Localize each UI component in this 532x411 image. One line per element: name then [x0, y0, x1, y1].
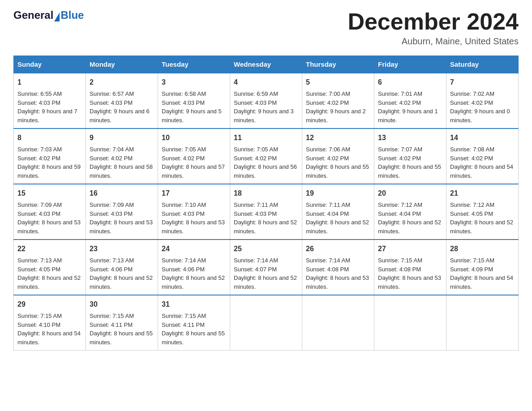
day-info: Sunrise: 7:09 AMSunset: 4:03 PMDaylight:…: [17, 201, 81, 235]
day-number: 10: [162, 133, 226, 143]
day-info: Sunrise: 6:58 AMSunset: 4:03 PMDaylight:…: [162, 90, 222, 124]
day-info: Sunrise: 7:03 AMSunset: 4:02 PMDaylight:…: [17, 146, 81, 179]
day-number: 9: [90, 133, 154, 143]
week-row-4: 22 Sunrise: 7:13 AMSunset: 4:05 PMDaylig…: [14, 240, 519, 295]
day-info: Sunrise: 7:14 AMSunset: 4:06 PMDaylight:…: [162, 257, 225, 290]
day-info: Sunrise: 7:02 AMSunset: 4:02 PMDaylight:…: [450, 90, 510, 124]
day-number: 16: [90, 188, 154, 199]
day-info: Sunrise: 7:14 AMSunset: 4:07 PMDaylight:…: [234, 257, 297, 290]
day-number: 26: [306, 244, 370, 254]
day-number: 11: [234, 133, 298, 143]
day-info: Sunrise: 7:11 AMSunset: 4:03 PMDaylight:…: [234, 201, 297, 235]
day-cell: 31 Sunrise: 7:15 AMSunset: 4:11 PMDaylig…: [158, 295, 230, 351]
week-row-5: 29 Sunrise: 7:15 AMSunset: 4:10 PMDaylig…: [14, 295, 519, 351]
day-info: Sunrise: 6:57 AMSunset: 4:03 PMDaylight:…: [90, 90, 150, 124]
page-header: General Blue December 2024 Auburn, Maine…: [13, 9, 519, 47]
day-cell: 4 Sunrise: 6:59 AMSunset: 4:03 PMDayligh…: [230, 73, 302, 128]
month-title: December 2024: [348, 9, 519, 34]
day-info: Sunrise: 7:05 AMSunset: 4:02 PMDaylight:…: [162, 146, 225, 179]
day-info: Sunrise: 7:15 AMSunset: 4:11 PMDaylight:…: [90, 313, 153, 346]
day-number: 23: [90, 244, 154, 254]
day-info: Sunrise: 7:07 AMSunset: 4:02 PMDaylight:…: [378, 146, 441, 179]
day-cell: 25 Sunrise: 7:14 AMSunset: 4:07 PMDaylig…: [230, 240, 302, 295]
day-info: Sunrise: 7:05 AMSunset: 4:02 PMDaylight:…: [234, 146, 297, 179]
day-cell: 18 Sunrise: 7:11 AMSunset: 4:03 PMDaylig…: [230, 184, 302, 240]
day-cell: 19 Sunrise: 7:11 AMSunset: 4:04 PMDaylig…: [302, 184, 374, 240]
day-cell: 29 Sunrise: 7:15 AMSunset: 4:10 PMDaylig…: [14, 295, 86, 351]
logo: General Blue: [13, 9, 84, 21]
logo-general-text: General: [13, 9, 53, 21]
day-info: Sunrise: 7:01 AMSunset: 4:02 PMDaylight:…: [378, 90, 438, 124]
day-cell: 8 Sunrise: 7:03 AMSunset: 4:02 PMDayligh…: [14, 128, 86, 184]
day-cell: 10 Sunrise: 7:05 AMSunset: 4:02 PMDaylig…: [158, 128, 230, 184]
day-info: Sunrise: 7:11 AMSunset: 4:04 PMDaylight:…: [306, 201, 369, 235]
day-cell: 28 Sunrise: 7:15 AMSunset: 4:09 PMDaylig…: [446, 240, 519, 295]
day-info: Sunrise: 7:13 AMSunset: 4:05 PMDaylight:…: [17, 257, 81, 290]
day-cell: 15 Sunrise: 7:09 AMSunset: 4:03 PMDaylig…: [14, 184, 86, 240]
day-cell: 17 Sunrise: 7:10 AMSunset: 4:03 PMDaylig…: [158, 184, 230, 240]
day-cell: 13 Sunrise: 7:07 AMSunset: 4:02 PMDaylig…: [374, 128, 446, 184]
header-saturday: Saturday: [446, 56, 519, 73]
header-row: SundayMondayTuesdayWednesdayThursdayFrid…: [14, 56, 519, 73]
day-cell: 30 Sunrise: 7:15 AMSunset: 4:11 PMDaylig…: [86, 295, 158, 351]
day-info: Sunrise: 7:06 AMSunset: 4:02 PMDaylight:…: [306, 146, 369, 179]
day-cell: 5 Sunrise: 7:00 AMSunset: 4:02 PMDayligh…: [302, 73, 374, 128]
logo-triangle-icon: [54, 13, 60, 21]
day-number: 31: [162, 299, 226, 310]
day-number: 5: [306, 77, 370, 88]
day-number: 12: [306, 133, 370, 143]
day-info: Sunrise: 7:00 AMSunset: 4:02 PMDaylight:…: [306, 90, 366, 124]
day-number: 6: [378, 77, 442, 88]
day-number: 2: [90, 77, 154, 88]
day-cell: 23 Sunrise: 7:13 AMSunset: 4:06 PMDaylig…: [86, 240, 158, 295]
day-cell: 16 Sunrise: 7:09 AMSunset: 4:03 PMDaylig…: [86, 184, 158, 240]
header-friday: Friday: [374, 56, 446, 73]
day-info: Sunrise: 7:15 AMSunset: 4:11 PMDaylight:…: [162, 313, 225, 346]
location-title: Auburn, Maine, United States: [348, 36, 519, 47]
day-info: Sunrise: 6:55 AMSunset: 4:03 PMDaylight:…: [17, 90, 77, 124]
calendar-header: SundayMondayTuesdayWednesdayThursdayFrid…: [14, 56, 519, 73]
day-cell: 1 Sunrise: 6:55 AMSunset: 4:03 PMDayligh…: [14, 73, 86, 128]
day-number: 3: [162, 77, 226, 88]
day-number: 25: [234, 244, 298, 254]
day-number: 21: [450, 188, 515, 199]
day-number: 30: [90, 299, 154, 310]
day-cell: 21 Sunrise: 7:12 AMSunset: 4:05 PMDaylig…: [446, 184, 519, 240]
day-info: Sunrise: 6:59 AMSunset: 4:03 PMDaylight:…: [234, 90, 294, 124]
week-row-2: 8 Sunrise: 7:03 AMSunset: 4:02 PMDayligh…: [14, 128, 519, 184]
day-number: 15: [17, 188, 82, 199]
day-info: Sunrise: 7:14 AMSunset: 4:08 PMDaylight:…: [306, 257, 369, 290]
day-info: Sunrise: 7:10 AMSunset: 4:03 PMDaylight:…: [162, 201, 225, 235]
day-cell: 12 Sunrise: 7:06 AMSunset: 4:02 PMDaylig…: [302, 128, 374, 184]
calendar-body: 1 Sunrise: 6:55 AMSunset: 4:03 PMDayligh…: [14, 73, 519, 351]
day-cell: [230, 295, 302, 351]
day-info: Sunrise: 7:12 AMSunset: 4:05 PMDaylight:…: [450, 201, 513, 235]
day-info: Sunrise: 7:15 AMSunset: 4:10 PMDaylight:…: [17, 313, 81, 346]
header-wednesday: Wednesday: [230, 56, 302, 73]
day-number: 18: [234, 188, 298, 199]
day-cell: 22 Sunrise: 7:13 AMSunset: 4:05 PMDaylig…: [14, 240, 86, 295]
day-number: 24: [162, 244, 226, 254]
week-row-1: 1 Sunrise: 6:55 AMSunset: 4:03 PMDayligh…: [14, 73, 519, 128]
day-number: 7: [450, 77, 515, 88]
day-cell: 7 Sunrise: 7:02 AMSunset: 4:02 PMDayligh…: [446, 73, 519, 128]
day-number: 14: [450, 133, 515, 143]
logo-blue-text: Blue: [60, 9, 84, 21]
day-number: 13: [378, 133, 442, 143]
day-cell: [374, 295, 446, 351]
day-number: 17: [162, 188, 226, 199]
header-monday: Monday: [86, 56, 158, 73]
day-cell: 9 Sunrise: 7:04 AMSunset: 4:02 PMDayligh…: [86, 128, 158, 184]
day-info: Sunrise: 7:09 AMSunset: 4:03 PMDaylight:…: [90, 201, 153, 235]
day-number: 28: [450, 244, 515, 254]
header-sunday: Sunday: [14, 56, 86, 73]
day-cell: [302, 295, 374, 351]
day-cell: 24 Sunrise: 7:14 AMSunset: 4:06 PMDaylig…: [158, 240, 230, 295]
day-info: Sunrise: 7:13 AMSunset: 4:06 PMDaylight:…: [90, 257, 153, 290]
week-row-3: 15 Sunrise: 7:09 AMSunset: 4:03 PMDaylig…: [14, 184, 519, 240]
day-cell: 6 Sunrise: 7:01 AMSunset: 4:02 PMDayligh…: [374, 73, 446, 128]
day-number: 1: [17, 77, 82, 88]
day-info: Sunrise: 7:12 AMSunset: 4:04 PMDaylight:…: [378, 201, 441, 235]
title-section: December 2024 Auburn, Maine, United Stat…: [348, 9, 519, 47]
calendar-table: SundayMondayTuesdayWednesdayThursdayFrid…: [13, 56, 519, 351]
